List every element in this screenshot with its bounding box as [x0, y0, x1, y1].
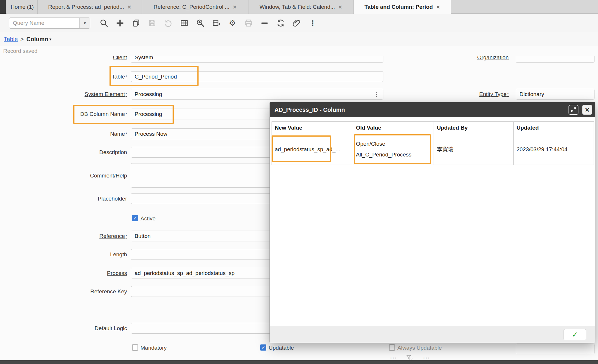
- system-element-label[interactable]: System Element: [0, 89, 127, 100]
- table-label[interactable]: Table: [0, 71, 127, 82]
- column-header-updated-by: Updated By: [434, 122, 514, 134]
- audit-updated-by-cell: 李寶瑞: [434, 134, 514, 165]
- print-icon[interactable]: [244, 18, 253, 28]
- mandatory-checkbox-label: Mandatory: [140, 344, 167, 351]
- tab-bar: Home (1) Report & Process: ad_period... …: [0, 0, 598, 14]
- more-actions-icon[interactable]: ⋮: [308, 18, 318, 28]
- find-icon[interactable]: [99, 18, 109, 28]
- toolbar: Query Name ▾ ⚙ ⋮: [0, 14, 598, 32]
- default-logic-label: Default Logic: [0, 323, 127, 334]
- filter-funnel-icon[interactable]: [406, 355, 413, 360]
- close-icon[interactable]: ×: [233, 4, 237, 10]
- tab-label: Report & Process: ad_period...: [48, 4, 124, 10]
- updatable-checkbox[interactable]: [260, 344, 266, 351]
- copy-record-icon[interactable]: [131, 18, 141, 28]
- tab-label: Reference: C_PeriodControl ...: [154, 4, 230, 10]
- maximize-icon[interactable]: [569, 105, 578, 115]
- organization-field[interactable]: [516, 56, 594, 63]
- zoom-across-icon[interactable]: [195, 18, 205, 28]
- close-icon[interactable]: ×: [582, 105, 592, 115]
- confirm-button[interactable]: ✓: [564, 329, 586, 340]
- name-label: Name: [0, 128, 127, 139]
- dialog-footer: ✓: [270, 326, 595, 343]
- audit-old-value-cell: Open/Close All_C_Period_Process: [353, 134, 434, 165]
- column-header-updated: Updated: [514, 122, 594, 134]
- query-name-placeholder: Query Name: [9, 20, 79, 26]
- query-name-combo[interactable]: Query Name ▾: [9, 18, 90, 29]
- tab-reference[interactable]: Reference: C_PeriodControl ... ×: [142, 0, 248, 14]
- active-checkbox[interactable]: [132, 215, 138, 221]
- close-icon[interactable]: ×: [128, 4, 131, 10]
- audit-dialog: AD_Process_ID - Column × New Value Old V…: [270, 102, 595, 343]
- status-message: Record saved: [3, 48, 37, 54]
- check-icon: ✓: [572, 330, 578, 339]
- audit-grid-row[interactable]: ad_periodstatus_sp_ad_... Open/Close All…: [272, 134, 594, 165]
- breadcrumb-table-link[interactable]: Table: [4, 36, 18, 43]
- breadcrumb-separator: >: [20, 36, 24, 43]
- audit-grid: New Value Old Value Updated By Updated a…: [272, 121, 594, 165]
- description-label: Description: [0, 147, 127, 158]
- mandatory-checkbox[interactable]: [132, 344, 138, 351]
- audit-new-value-cell: ad_periodstatus_sp_ad_...: [272, 134, 353, 165]
- chevron-down-icon: ▾: [49, 37, 51, 41]
- field-assist-kebab-icon[interactable]: ⋮: [373, 89, 380, 99]
- active-checkbox-label: Active: [140, 215, 156, 221]
- updatable-checkbox-label: Updatable: [269, 344, 294, 351]
- old-value-line-1: Open/Close: [356, 141, 385, 147]
- tab-table-and-column[interactable]: Table and Column: Period ×: [353, 0, 451, 14]
- undo-icon[interactable]: [163, 18, 173, 28]
- entity-type-field[interactable]: Dictionary: [516, 89, 594, 100]
- status-bar: Record saved: [0, 46, 598, 56]
- right-bottom-field[interactable]: [516, 344, 594, 354]
- process-label[interactable]: Process: [0, 268, 127, 278]
- old-value-line-2: All_C_Period_Process: [356, 151, 411, 158]
- table-field[interactable]: C_Period_Period: [131, 71, 383, 82]
- breadcrumb-current[interactable]: Column: [27, 36, 48, 43]
- toolbar-icons: ⚙ ⋮: [99, 18, 318, 28]
- tab-window-tab-field[interactable]: Window, Tab & Field: Calend... ×: [248, 0, 353, 14]
- column-header-old-value: Old Value: [353, 122, 434, 134]
- tab-label: Window, Tab & Field: Calend...: [260, 4, 335, 10]
- dialog-title: AD_Process_ID - Column: [274, 107, 565, 113]
- tab-report-process[interactable]: Report & Process: ad_period... ×: [37, 0, 142, 14]
- always-updatable-checkbox[interactable]: [389, 344, 395, 351]
- client-field[interactable]: System: [131, 56, 383, 63]
- client-label[interactable]: Client: [0, 56, 127, 63]
- chevron-down-icon[interactable]: ▾: [79, 18, 90, 28]
- audit-updated-cell: 2023/03/29 17:44:04: [514, 134, 594, 165]
- close-icon[interactable]: ×: [436, 4, 440, 10]
- reference-key-label[interactable]: Reference Key: [0, 286, 127, 297]
- comment-help-label: Comment/Help: [0, 170, 127, 181]
- length-label: Length: [0, 249, 127, 260]
- more-rows-icon[interactable]: ⋯: [423, 354, 430, 360]
- export-icon[interactable]: [211, 18, 221, 28]
- system-element-field[interactable]: Processing ⋮: [131, 89, 383, 100]
- db-column-name-label: DB Column Name: [0, 109, 127, 119]
- system-element-value: Processing: [135, 91, 162, 97]
- close-icon[interactable]: ×: [338, 4, 342, 10]
- placeholder-label: Placeholder: [0, 193, 127, 204]
- attachment-icon[interactable]: [292, 18, 302, 28]
- reference-label[interactable]: Reference: [0, 231, 127, 241]
- entity-type-label[interactable]: Entity Type: [426, 89, 509, 100]
- bottom-edge-bar: [0, 360, 598, 364]
- more-columns-icon[interactable]: ⋯: [390, 354, 397, 360]
- column-header-new-value: New Value: [272, 122, 353, 134]
- app-window: Home (1) Report & Process: ad_period... …: [0, 0, 598, 364]
- tab-label: Table and Column: Period: [364, 4, 433, 10]
- always-updatable-checkbox-label: Always Updatable: [397, 344, 442, 351]
- breadcrumb: Table > Column ▾: [0, 32, 598, 46]
- new-record-icon[interactable]: [115, 18, 125, 28]
- save-icon[interactable]: [147, 18, 157, 28]
- process-gear-icon[interactable]: ⚙: [227, 18, 237, 28]
- dialog-titlebar: AD_Process_ID - Column ×: [270, 102, 595, 117]
- audit-grid-header: New Value Old Value Updated By Updated: [272, 122, 594, 134]
- grid-view-icon[interactable]: [179, 18, 189, 28]
- window-edge: [0, 0, 6, 14]
- organization-label[interactable]: Organization: [426, 56, 509, 63]
- tab-home[interactable]: Home (1): [7, 0, 37, 14]
- delete-record-icon[interactable]: [260, 18, 270, 28]
- tab-label: Home (1): [11, 4, 34, 10]
- requery-icon[interactable]: [276, 18, 286, 28]
